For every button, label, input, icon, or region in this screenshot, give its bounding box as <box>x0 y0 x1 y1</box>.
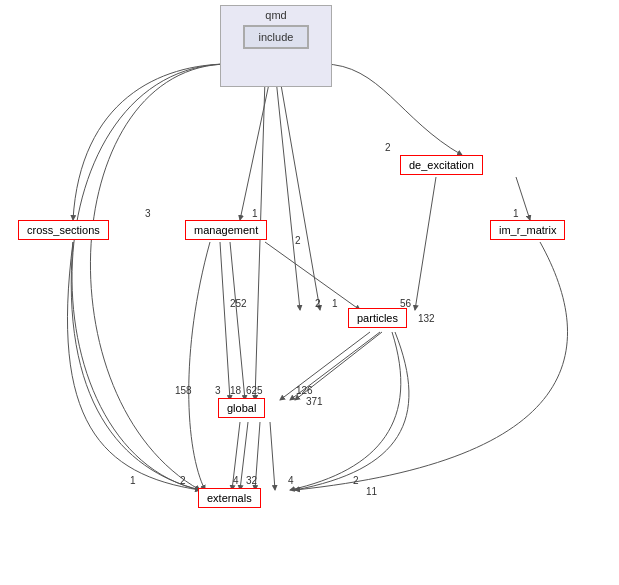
edge-label-1d: 1 <box>513 208 519 219</box>
node-global[interactable]: global <box>218 398 265 418</box>
edge-label-126: 126 <box>296 385 313 396</box>
edge-label-132: 132 <box>418 313 435 324</box>
edge-label-3: 3 <box>145 208 151 219</box>
edge-label-371: 371 <box>306 396 323 407</box>
node-qmd-outer[interactable]: qmd include <box>220 5 332 87</box>
edge-label-158: 158 <box>175 385 192 396</box>
diagram-container: { "nodes": { "qmd": { "label": "qmd", "x… <box>0 0 619 585</box>
node-im-r-matrix[interactable]: im_r_matrix <box>490 220 565 240</box>
edge-label-2e: 2 <box>353 475 359 486</box>
edge-label-18: 18 <box>230 385 241 396</box>
node-de-excitation[interactable]: de_excitation <box>400 155 483 175</box>
edge-label-252: 252 <box>230 298 247 309</box>
node-include[interactable]: include <box>243 25 310 49</box>
node-externals[interactable]: externals <box>198 488 261 508</box>
edge-label-4b: 4 <box>288 475 294 486</box>
edge-label-11: 11 <box>366 486 377 497</box>
node-cross-sections[interactable]: cross_sections <box>18 220 109 240</box>
edge-label-4a: 4 <box>233 475 239 486</box>
edge-label-1a: 1 <box>252 208 258 219</box>
edge-label-2b: 2 <box>295 235 301 246</box>
edge-label-56: 56 <box>400 298 411 309</box>
edge-label-32: 32 <box>246 475 257 486</box>
node-particles[interactable]: particles <box>348 308 407 328</box>
edge-label-625: 625 <box>246 385 263 396</box>
node-management[interactable]: management <box>185 220 267 240</box>
edge-label-3b: 3 <box>215 385 221 396</box>
edge-label-2a: 2 <box>385 142 391 153</box>
arrows-svg <box>0 0 619 585</box>
edge-label-2c: 2 <box>315 298 321 309</box>
node-qmd-label: qmd <box>265 9 286 21</box>
edge-label-2d: 2 <box>180 475 186 486</box>
edge-label-1c: 1 <box>130 475 136 486</box>
edge-label-1b: 1 <box>332 298 338 309</box>
